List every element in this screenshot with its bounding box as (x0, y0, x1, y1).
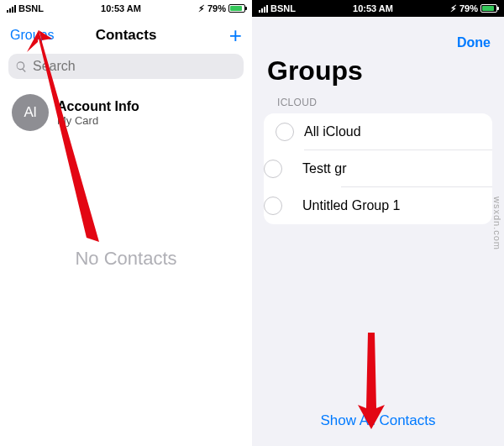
carrier-label: BSNL (270, 3, 296, 13)
radio-unchecked-icon[interactable] (276, 123, 294, 141)
annotation-arrow-groups (24, 24, 124, 259)
list-item[interactable]: Testt gr (301, 150, 492, 187)
group-label: Untitled Group 1 (302, 198, 401, 213)
signal-icon (7, 5, 16, 13)
section-header-icloud: ICLOUD (252, 97, 504, 113)
group-label: All iCloud (304, 124, 361, 139)
battery-charging-icon: ⚡︎ (198, 3, 205, 14)
done-button[interactable]: Done (457, 35, 491, 50)
clock-label: 10:53 AM (353, 3, 393, 13)
watermark: wsxdn.com (492, 196, 502, 249)
battery-icon (228, 4, 245, 13)
contacts-screen: BSNL 10:53 AM ⚡︎ 79% Groups Contacts + A… (0, 0, 252, 446)
signal-icon (259, 5, 268, 13)
annotation-arrow-showall (346, 324, 396, 433)
clock-label: 10:53 AM (101, 3, 141, 13)
list-item[interactable]: All iCloud (264, 113, 492, 150)
groups-title: Groups (252, 50, 504, 97)
carrier-label: BSNL (18, 3, 44, 13)
battery-percent: 79% (207, 3, 226, 13)
battery-percent: 79% (459, 3, 478, 13)
status-bar-right: BSNL 10:53 AM ⚡︎ 79% (252, 0, 504, 17)
groups-list: All iCloud Testt gr Untitled Group 1 (264, 113, 492, 224)
list-item[interactable]: Untitled Group 1 (301, 187, 492, 224)
radio-unchecked-icon[interactable] (264, 160, 282, 178)
group-label: Testt gr (302, 161, 346, 176)
status-bar-left: BSNL 10:53 AM ⚡︎ 79% (0, 0, 252, 17)
battery-charging-icon: ⚡︎ (450, 3, 457, 14)
battery-icon (480, 4, 497, 13)
radio-unchecked-icon[interactable] (264, 197, 282, 215)
add-contact-button[interactable]: + (229, 24, 242, 46)
